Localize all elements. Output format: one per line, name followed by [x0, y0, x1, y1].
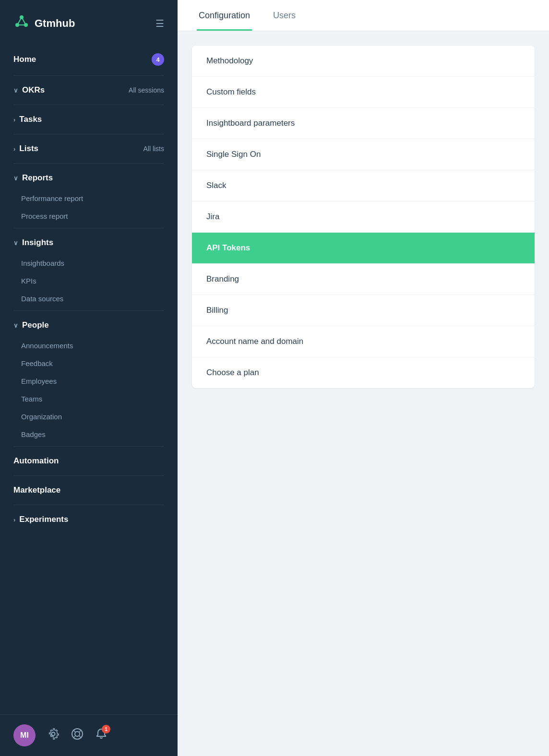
sidebar-item-okrs-label: OKRs: [22, 85, 45, 95]
sidebar-item-insightboards[interactable]: Insightboards: [0, 254, 178, 272]
sidebar-item-people-label: People: [22, 320, 49, 330]
main-content: Configuration Users Methodology Custom f…: [178, 0, 549, 756]
sidebar-item-performance-report[interactable]: Performance report: [0, 189, 178, 207]
lists-chevron-icon: ›: [13, 145, 15, 153]
sidebar-item-automation-label: Automation: [13, 456, 59, 466]
sidebar: Gtmhub ☰ Home 4 ∨ OKRs All sessions › Ta…: [0, 0, 178, 756]
tab-users[interactable]: Users: [271, 0, 298, 31]
okrs-chevron-icon: ∨: [13, 87, 18, 94]
sidebar-item-lists-label: Lists: [19, 144, 38, 154]
settings-icon[interactable]: [47, 728, 60, 743]
divider-home: [13, 75, 164, 76]
menu-item-slack[interactable]: Slack: [192, 170, 535, 201]
help-icon[interactable]: [71, 728, 84, 743]
sidebar-item-announcements[interactable]: Announcements: [0, 337, 178, 354]
sidebar-item-experiments[interactable]: › Experiments: [0, 508, 178, 531]
sidebar-item-people[interactable]: ∨ People: [0, 314, 178, 337]
divider-tasks: [13, 134, 164, 134]
sidebar-item-badges[interactable]: Badges: [0, 425, 178, 443]
sidebar-item-okrs[interactable]: ∨ OKRs All sessions: [0, 79, 178, 102]
svg-line-3: [17, 17, 22, 25]
sidebar-item-reports[interactable]: ∨ Reports: [0, 166, 178, 189]
logo-icon: [13, 13, 30, 33]
svg-line-4: [22, 17, 26, 25]
tasks-chevron-icon: ›: [13, 116, 15, 123]
divider-reports: [13, 228, 164, 228]
divider-people: [13, 446, 164, 447]
sidebar-toggle-button[interactable]: ☰: [155, 18, 164, 29]
svg-line-10: [73, 736, 76, 738]
okrs-sublabel: All sessions: [129, 86, 164, 94]
sidebar-item-home-label: Home: [13, 55, 36, 64]
sidebar-item-tasks-label: Tasks: [19, 115, 42, 124]
divider-okrs: [13, 105, 164, 105]
sidebar-item-experiments-label: Experiments: [19, 515, 68, 524]
sidebar-item-tasks[interactable]: › Tasks: [0, 108, 178, 131]
sidebar-item-reports-label: Reports: [22, 173, 53, 183]
sidebar-nav: Home 4 ∨ OKRs All sessions › Tasks › Li: [0, 47, 178, 714]
insights-chevron-icon: ∨: [13, 239, 18, 247]
notification-bell-icon[interactable]: 1: [95, 728, 107, 743]
divider-lists: [13, 163, 164, 164]
svg-line-9: [79, 730, 82, 732]
logo-text: Gtmhub: [35, 17, 75, 30]
sidebar-item-teams[interactable]: Teams: [0, 390, 178, 408]
lists-sublabel: All lists: [143, 145, 164, 153]
reports-chevron-icon: ∨: [13, 175, 18, 182]
menu-item-jira[interactable]: Jira: [192, 201, 535, 233]
svg-line-8: [73, 730, 76, 732]
home-badge: 4: [152, 53, 164, 66]
sidebar-footer: MI 1: [0, 714, 178, 756]
menu-item-branding[interactable]: Branding: [192, 264, 535, 295]
sidebar-item-organization[interactable]: Organization: [0, 408, 178, 425]
sidebar-item-data-sources[interactable]: Data sources: [0, 290, 178, 307]
divider-insights: [13, 310, 164, 311]
sidebar-item-automation[interactable]: Automation: [0, 449, 178, 472]
logo-area: Gtmhub: [13, 13, 75, 33]
menu-item-api-tokens[interactable]: API Tokens: [192, 233, 535, 264]
sidebar-item-process-report[interactable]: Process report: [0, 207, 178, 225]
sidebar-item-employees[interactable]: Employees: [0, 372, 178, 390]
sidebar-item-home[interactable]: Home 4: [0, 47, 178, 72]
menu-item-account-name-domain[interactable]: Account name and domain: [192, 326, 535, 357]
menu-item-choose-plan[interactable]: Choose a plan: [192, 357, 535, 388]
configuration-menu-list: Methodology Custom fields Insightboard p…: [192, 46, 535, 388]
divider-marketplace: [13, 505, 164, 505]
sidebar-item-kpis[interactable]: KPIs: [0, 272, 178, 290]
menu-item-single-sign-on[interactable]: Single Sign On: [192, 139, 535, 170]
svg-line-11: [79, 736, 82, 738]
content-area: Methodology Custom fields Insightboard p…: [178, 31, 549, 756]
sidebar-item-insights[interactable]: ∨ Insights: [0, 231, 178, 254]
avatar[interactable]: MI: [13, 724, 36, 746]
menu-item-insightboard-parameters[interactable]: Insightboard parameters: [192, 108, 535, 139]
divider-automation: [13, 475, 164, 476]
menu-item-billing[interactable]: Billing: [192, 295, 535, 326]
experiments-chevron-icon: ›: [13, 516, 15, 523]
tab-bar: Configuration Users: [178, 0, 549, 31]
tab-configuration[interactable]: Configuration: [197, 0, 252, 31]
notification-badge: 1: [102, 725, 110, 733]
menu-item-custom-fields[interactable]: Custom fields: [192, 77, 535, 108]
sidebar-header: Gtmhub ☰: [0, 0, 178, 47]
sidebar-item-marketplace-label: Marketplace: [13, 485, 60, 495]
sidebar-item-lists[interactable]: › Lists All lists: [0, 137, 178, 160]
sidebar-item-insights-label: Insights: [22, 238, 53, 248]
sidebar-item-feedback[interactable]: Feedback: [0, 354, 178, 372]
sidebar-item-marketplace[interactable]: Marketplace: [0, 479, 178, 502]
menu-item-methodology[interactable]: Methodology: [192, 46, 535, 77]
people-chevron-icon: ∨: [13, 322, 18, 329]
